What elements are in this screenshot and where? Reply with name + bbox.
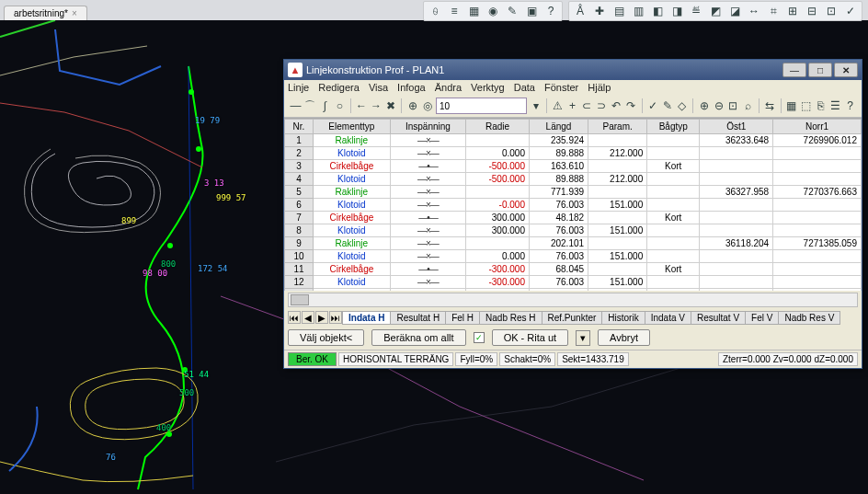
cell-typ[interactable]: Klotoid — [313, 224, 390, 237]
cell-param[interactable] — [588, 289, 647, 292]
check-icon[interactable]: ✓ — [647, 98, 659, 114]
cell-ost[interactable]: 36233.648 — [700, 134, 773, 147]
cell-param[interactable] — [588, 186, 647, 199]
tool-icon-b15[interactable]: ✓ — [841, 3, 860, 19]
menu-linje[interactable]: Linje — [288, 82, 309, 93]
close-button[interactable]: ✕ — [834, 63, 858, 77]
cell-langd[interactable]: 202.101 — [529, 237, 588, 250]
tool-icon-b6[interactable]: ◨ — [668, 3, 686, 19]
cell-radie[interactable]: 300.000 — [466, 224, 530, 237]
cell-insp[interactable]: —×— — [390, 237, 465, 250]
cell-insp[interactable]: —•— — [390, 160, 465, 173]
cell-nr[interactable]: 7 — [285, 212, 314, 224]
cell-nr[interactable]: 8 — [285, 224, 314, 237]
tool-icon-b5[interactable]: ◧ — [648, 3, 667, 19]
tab-next-icon[interactable]: ▶ — [315, 311, 328, 324]
cell-bag[interactable] — [647, 276, 700, 289]
cell-langd[interactable]: 76.003 — [529, 276, 588, 289]
title-bar[interactable]: ▲ Linjekonstruktion Prof - PLAN1 — □ ✕ — [284, 60, 862, 80]
cell-radie[interactable]: 0.000 — [466, 250, 530, 263]
cell-param[interactable] — [588, 212, 647, 224]
cell-norr[interactable] — [773, 276, 862, 289]
cell-bag[interactable] — [647, 134, 700, 147]
cell-ost[interactable] — [700, 263, 773, 276]
tool-icon-b14[interactable]: ⊡ — [822, 3, 840, 19]
column-header[interactable]: Radie — [466, 120, 530, 134]
tool-icon-6[interactable]: ▣ — [522, 3, 541, 19]
cell-nr[interactable]: 13 — [285, 289, 314, 292]
cell-bag[interactable]: Kort — [647, 160, 700, 173]
cell-ost[interactable] — [700, 250, 773, 263]
data-grid[interactable]: Nr.ElementtypInspänningRadieLängdParam.B… — [284, 118, 862, 291]
column-header[interactable]: Param. — [588, 120, 647, 134]
cell-langd[interactable]: 235.924 — [529, 134, 588, 147]
cell-norr[interactable] — [773, 224, 862, 237]
cell-insp[interactable]: —×— — [390, 276, 465, 289]
tool-f2[interactable]: ⬚ — [800, 98, 812, 114]
menu-infoga[interactable]: Infoga — [397, 82, 426, 93]
cell-ost[interactable] — [700, 160, 773, 173]
maximize-button[interactable]: □ — [808, 63, 832, 77]
tool-icon-b10[interactable]: ↔ — [745, 3, 763, 19]
cell-param[interactable] — [588, 237, 647, 250]
tool-icon-b2[interactable]: ✚ — [590, 3, 609, 19]
tool-icon-b1[interactable]: Å — [571, 3, 589, 19]
cell-nr[interactable]: 9 — [285, 237, 314, 250]
cell-typ[interactable]: Raklinje — [313, 237, 390, 250]
tab-first-icon[interactable]: ⏮ — [288, 311, 301, 324]
cell-langd[interactable]: 48.182 — [529, 212, 588, 224]
cell-norr[interactable] — [773, 160, 862, 173]
cell-norr[interactable]: 7269906.012 — [773, 134, 862, 147]
tool-icon-7[interactable]: ? — [542, 3, 560, 19]
cell-ost[interactable] — [700, 173, 773, 186]
tool-f4[interactable]: ☰ — [829, 98, 841, 114]
cell-langd[interactable]: 68.045 — [529, 263, 588, 276]
cell-nr[interactable]: 4 — [285, 173, 314, 186]
tab-prev-icon[interactable]: ◀ — [302, 311, 314, 324]
cell-nr[interactable]: 1 — [285, 134, 314, 147]
zoom-in-icon[interactable]: ⊕ — [698, 98, 710, 114]
cell-nr[interactable]: 6 — [285, 199, 314, 212]
cell-langd[interactable]: 76.003 — [529, 224, 588, 237]
cell-norr[interactable] — [773, 147, 862, 160]
cell-insp[interactable]: —•— — [390, 263, 465, 276]
cell-typ[interactable]: Klotoid — [313, 173, 390, 186]
cell-insp[interactable]: —×— — [390, 173, 465, 186]
cell-nr[interactable]: 5 — [285, 186, 314, 199]
menu-hjälp[interactable]: Hjälp — [588, 82, 611, 93]
tool-c1[interactable]: ⊂ — [581, 98, 593, 114]
cell-typ[interactable]: Cirkelbåge — [313, 160, 390, 173]
cell-nr[interactable]: 3 — [285, 160, 314, 173]
cell-insp[interactable]: —×— — [390, 250, 465, 263]
cell-ost[interactable] — [700, 199, 773, 212]
column-header[interactable]: Nr. — [285, 120, 314, 134]
dropdown-icon[interactable]: ▾ — [530, 98, 542, 114]
cell-langd[interactable]: 76.003 — [529, 199, 588, 212]
cell-ost[interactable] — [700, 276, 773, 289]
tool-e1[interactable]: ⇆ — [764, 98, 776, 114]
cell-bag[interactable] — [647, 224, 700, 237]
cell-typ[interactable]: Klotoid — [313, 250, 390, 263]
sheet-tab-resultat-h[interactable]: Resultat H — [390, 311, 446, 325]
cell-typ[interactable]: Cirkelbåge — [313, 212, 390, 224]
cell-param[interactable]: 151.000 — [588, 199, 647, 212]
cell-radie[interactable]: -300.000 — [466, 276, 530, 289]
cell-norr[interactable] — [773, 173, 862, 186]
menu-verktyg[interactable]: Verktyg — [471, 82, 505, 93]
cell-bag[interactable]: Kort — [647, 263, 700, 276]
sheet-tab-indata-v[interactable]: Indata V — [645, 311, 691, 325]
cell-radie[interactable] — [466, 186, 530, 199]
tool-icon-b9[interactable]: ◪ — [725, 3, 744, 19]
cell-param[interactable]: 151.000 — [588, 276, 647, 289]
menu-ändra[interactable]: Ändra — [435, 82, 462, 93]
cell-param[interactable]: 212.000 — [588, 147, 647, 160]
table-row[interactable]: 6Klotoid—×—-0.00076.003151.000 — [285, 199, 862, 212]
cell-radie[interactable]: -500.000 — [466, 160, 530, 173]
cell-typ[interactable]: Raklinje — [313, 289, 390, 292]
column-header[interactable]: Längd — [529, 120, 588, 134]
cell-typ[interactable]: Klotoid — [313, 199, 390, 212]
cell-norr[interactable] — [773, 212, 862, 224]
table-row[interactable]: 9Raklinje—×—202.10136118.2047271385.059 — [285, 237, 862, 250]
tool-icon-5[interactable]: ✎ — [503, 3, 521, 19]
menu-data[interactable]: Data — [514, 82, 535, 93]
